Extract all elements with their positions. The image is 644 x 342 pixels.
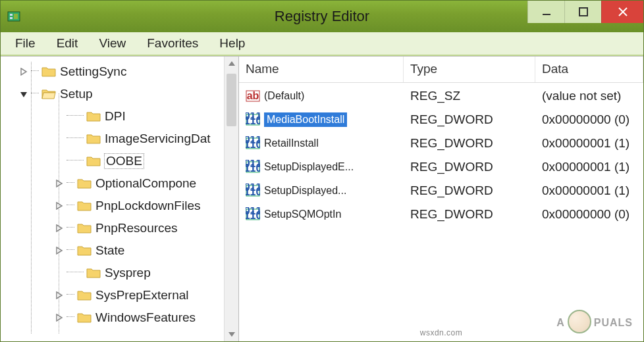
folder-icon: [77, 245, 92, 256]
tree-label: ImageServicingDat: [105, 132, 211, 146]
registry-editor-window: Registry Editor File Edit View Favorites…: [0, 0, 644, 342]
minimize-button[interactable]: [527, 1, 564, 23]
tree-label: Sysprep: [105, 266, 151, 280]
tree-item-imageservicing[interactable]: ImageServicingDat: [3, 128, 238, 150]
folder-icon: [77, 289, 92, 301]
svg-rect-5: [579, 8, 587, 16]
tree-label: PnpResources: [95, 221, 178, 235]
menu-help[interactable]: Help: [209, 32, 255, 55]
menu-view[interactable]: View: [88, 32, 136, 55]
value-name: MediaBootInstall: [264, 112, 347, 127]
tree-item-setup[interactable]: Setup: [3, 83, 238, 105]
tree-scrollbar[interactable]: [224, 57, 238, 341]
source-caption: wsxdn.com: [420, 328, 463, 337]
watermark-text: A: [556, 317, 565, 329]
value-data: 0x00000001 (1): [535, 159, 643, 176]
window-controls: [527, 1, 643, 23]
tree-item-sysprepexternal[interactable]: SysPrepExternal: [3, 284, 238, 306]
dword-value-icon: 011110: [246, 136, 260, 151]
column-header-name[interactable]: Name: [239, 57, 404, 82]
value-type: REG_DWORD: [404, 159, 535, 176]
folder-icon: [41, 66, 56, 78]
dword-value-icon: 011110: [246, 183, 260, 198]
value-data: (value not set): [535, 87, 643, 105]
folder-icon: [77, 222, 92, 234]
tree-item-oobe[interactable]: OOBE: [3, 150, 238, 172]
folder-icon: [86, 110, 101, 122]
content-area: SettingSync Setup DPI ImageS: [1, 56, 643, 341]
maximize-button[interactable]: [564, 1, 601, 23]
svg-text:110: 110: [246, 186, 260, 197]
expand-collapsed-icon[interactable]: [55, 179, 64, 188]
menu-favorites[interactable]: Favorites: [136, 32, 209, 55]
tree-item-pnpresources[interactable]: PnpResources: [3, 217, 238, 239]
column-header-data[interactable]: Data: [535, 57, 643, 82]
value-name: SetupDisplayed...: [264, 185, 346, 197]
expand-collapsed-icon[interactable]: [55, 246, 64, 255]
tree-label: DPI: [105, 109, 126, 124]
tree-label-selected: OOBE: [105, 154, 144, 168]
values-pane[interactable]: Name Type Data ab (Default) REG_SZ (valu…: [239, 57, 643, 341]
tree-item-sysprep[interactable]: Sysprep: [3, 262, 238, 284]
value-data: 0x00000001 (1): [535, 135, 643, 152]
value-data: 0x00000001 (1): [535, 182, 643, 199]
string-value-icon: ab: [246, 89, 260, 103]
tree-item-pnplockdown[interactable]: PnpLockdownFiles: [3, 195, 238, 217]
value-row[interactable]: ab (Default) REG_SZ (value not set): [239, 84, 643, 108]
value-type: REG_DWORD: [404, 135, 535, 152]
registry-tree: SettingSync Setup DPI ImageS: [1, 57, 238, 333]
scroll-down-icon[interactable]: [225, 327, 238, 341]
expand-collapsed-icon[interactable]: [55, 201, 64, 210]
tree-item-dpi[interactable]: DPI: [3, 105, 238, 128]
value-row-selected[interactable]: 011110 MediaBootInstall REG_DWORD 0x0000…: [239, 108, 643, 132]
tree-label: WindowsFeatures: [95, 310, 196, 325]
svg-text:110: 110: [246, 162, 260, 174]
folder-open-icon: [41, 88, 56, 100]
expand-expanded-icon[interactable]: [19, 89, 28, 99]
value-name: SetupSQMOptIn: [264, 208, 341, 220]
values-header: Name Type Data: [239, 57, 643, 83]
folder-icon: [77, 178, 92, 189]
svg-text:110: 110: [246, 139, 260, 150]
tree-label: State: [95, 243, 124, 258]
value-data: 0x00000000 (0): [535, 111, 643, 128]
value-type: REG_DWORD: [404, 206, 535, 223]
scroll-thumb[interactable]: [227, 74, 236, 126]
svg-text:110: 110: [246, 210, 260, 221]
watermark-logo: A PUALS: [556, 311, 633, 335]
tree-label: PnpLockdownFiles: [95, 199, 200, 213]
value-type: REG_DWORD: [404, 182, 535, 199]
tree-label: OptionalCompone: [95, 176, 196, 191]
expand-collapsed-icon[interactable]: [55, 291, 64, 300]
close-button[interactable]: [601, 1, 643, 23]
watermark-text: PUALS: [594, 317, 633, 329]
expand-collapsed-icon[interactable]: [55, 313, 64, 322]
column-header-type[interactable]: Type: [404, 57, 535, 82]
folder-icon: [86, 133, 101, 145]
menu-edit[interactable]: Edit: [46, 32, 89, 55]
title-bar[interactable]: Registry Editor: [1, 1, 643, 32]
svg-rect-2: [10, 17, 13, 19]
value-row[interactable]: 011110 SetupDisplayed... REG_DWORD 0x000…: [239, 179, 643, 203]
tree-label: SysPrepExternal: [95, 288, 189, 303]
scroll-up-icon[interactable]: [225, 57, 238, 71]
window-title: Registry Editor: [275, 8, 369, 25]
tree-item-windowsfeatures[interactable]: WindowsFeatures: [3, 306, 238, 329]
svg-rect-4: [543, 14, 550, 15]
menu-file[interactable]: File: [5, 32, 46, 55]
scroll-track[interactable]: [225, 71, 238, 327]
folder-icon: [77, 312, 92, 324]
tree-item-settingsync[interactable]: SettingSync: [3, 61, 238, 83]
value-row[interactable]: 011110 SetupSQMOptIn REG_DWORD 0x0000000…: [239, 203, 643, 226]
watermark-face-icon: [568, 310, 591, 333]
value-row[interactable]: 011110 RetailInstall REG_DWORD 0x0000000…: [239, 132, 643, 155]
value-row[interactable]: 011110 SetupDisplayedE... REG_DWORD 0x00…: [239, 155, 643, 179]
tree-item-state[interactable]: State: [3, 239, 238, 262]
tree-pane[interactable]: SettingSync Setup DPI ImageS: [1, 57, 239, 341]
expand-collapsed-icon[interactable]: [55, 224, 64, 233]
svg-text:110: 110: [246, 115, 260, 126]
value-name: RetailInstall: [264, 137, 319, 149]
folder-icon: [86, 155, 101, 167]
expand-collapsed-icon[interactable]: [19, 67, 28, 76]
tree-item-optionalcomponents[interactable]: OptionalCompone: [3, 172, 238, 195]
